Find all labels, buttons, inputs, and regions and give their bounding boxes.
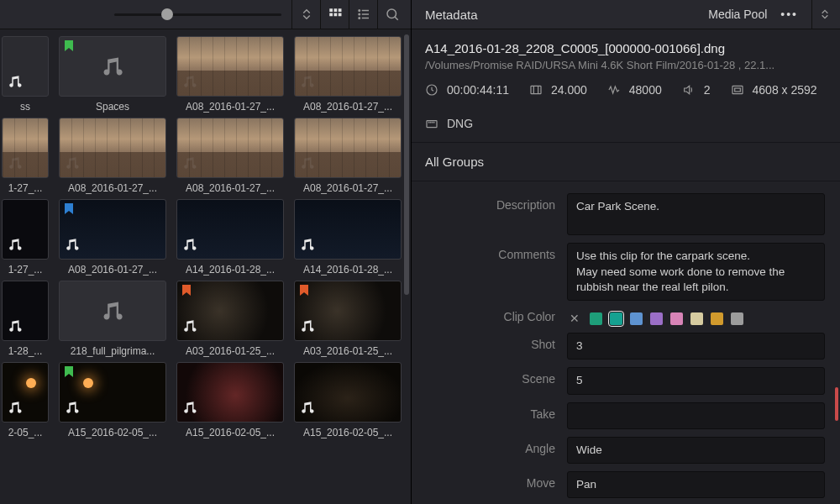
clip-color-picker: ✕ [567, 308, 743, 325]
shot-label: Shot [412, 333, 567, 351]
speaker-icon [682, 83, 696, 97]
clip-label: A03_2016-01-25_... [303, 345, 392, 357]
clip-item[interactable]: A08_2016-01-27_... [57, 199, 168, 276]
clip-grid-area: ssSpacesA08_2016-01-27_...A08_2016-01-27… [0, 29, 411, 504]
audio-icon [182, 237, 197, 255]
search-button[interactable] [377, 0, 406, 29]
clip-label: 1-27_... [8, 182, 43, 194]
media-pool-label[interactable]: Media Pool [708, 8, 767, 21]
move-input[interactable] [567, 471, 825, 498]
angle-input[interactable] [567, 437, 825, 464]
description-input[interactable] [567, 193, 825, 235]
clip-item[interactable]: A15_2016-02-05_... [57, 362, 168, 438]
clip-thumbnail[interactable] [2, 199, 49, 260]
clip-item[interactable]: A08_2016-01-27_... [175, 118, 286, 194]
clip-label: A03_2016-01-25_... [186, 345, 275, 357]
take-input[interactable] [567, 402, 825, 429]
clip-item[interactable]: A14_2016-01-28_... [292, 199, 403, 276]
clip-thumbnail[interactable] [59, 362, 166, 423]
svg-point-6 [359, 10, 360, 12]
color-swatch[interactable] [650, 312, 663, 325]
clip-label: A15_2016-02-05_... [68, 427, 157, 438]
clip-thumbnail[interactable] [294, 199, 402, 260]
scene-label: Scene [412, 367, 567, 386]
clock-icon [425, 83, 438, 97]
clip-item[interactable]: A15_2016-02-05_... [175, 362, 286, 438]
color-swatch[interactable] [690, 312, 703, 325]
shot-input[interactable] [567, 333, 825, 360]
svg-rect-3 [329, 13, 333, 17]
clip-thumbnail[interactable] [176, 199, 284, 260]
clip-label: 2-05_... [8, 427, 43, 438]
svg-rect-2 [338, 8, 341, 12]
clip-item[interactable]: 1-27_... [0, 199, 50, 276]
edge-indicator [835, 387, 838, 421]
color-swatch[interactable] [731, 312, 743, 325]
color-swatch[interactable] [630, 312, 643, 325]
options-button[interactable]: ••• [777, 8, 801, 21]
clip-item[interactable]: ss [0, 36, 50, 113]
audio-icon [8, 74, 23, 92]
clip-thumbnail[interactable] [294, 118, 402, 178]
clip-thumbnail[interactable] [59, 199, 166, 260]
clip-thumbnail[interactable] [294, 281, 402, 341]
clip-item[interactable]: 1-27_... [0, 118, 50, 194]
clip-item[interactable]: 1-28_... [0, 281, 50, 357]
clip-thumbnail[interactable] [176, 36, 284, 97]
expand-button[interactable] [811, 0, 837, 29]
media-browser-panel: ssSpacesA08_2016-01-27_...A08_2016-01-27… [0, 0, 412, 504]
svg-point-21 [428, 122, 429, 123]
clip-item[interactable]: Spaces [57, 36, 168, 113]
clip-thumbnail[interactable] [2, 36, 49, 97]
clip-thumbnail[interactable] [294, 36, 402, 97]
clip-label: A08_2016-01-27_... [186, 101, 275, 113]
clip-item[interactable]: A14_2016-01-28_... [175, 199, 286, 276]
scene-input[interactable] [567, 367, 825, 394]
clip-thumbnail[interactable] [59, 281, 166, 341]
duration-stat: 00:00:44:11 [425, 83, 509, 97]
clip-item[interactable]: A08_2016-01-27_... [175, 36, 286, 113]
color-swatch[interactable] [670, 312, 683, 325]
svg-line-13 [395, 17, 398, 20]
clip-label: A08_2016-01-27_... [68, 264, 157, 276]
clip-label: A14_2016-01-28_... [303, 264, 392, 276]
color-swatch[interactable] [711, 312, 723, 325]
clear-color-button[interactable]: ✕ [567, 312, 582, 325]
color-swatch[interactable] [610, 312, 622, 325]
comments-input[interactable] [567, 243, 825, 301]
list-view-button[interactable] [349, 0, 377, 29]
clip-thumbnail[interactable] [59, 118, 166, 178]
audio-icon [300, 400, 315, 417]
clip-thumbnail[interactable] [59, 36, 166, 97]
sort-button[interactable] [291, 0, 320, 29]
clip-item[interactable]: A08_2016-01-27_... [292, 36, 403, 113]
clip-thumbnail[interactable] [2, 362, 49, 423]
clip-item[interactable]: A08_2016-01-27_... [292, 118, 403, 194]
thumbnail-size-slider[interactable] [114, 13, 281, 16]
clip-item[interactable]: A15_2016-02-05_... [292, 362, 403, 438]
clip-thumbnail[interactable] [2, 281, 49, 341]
grid-view-button[interactable] [320, 0, 349, 29]
clip-thumbnail[interactable] [176, 362, 284, 423]
groups-header[interactable]: All Groups [412, 143, 840, 181]
scrollbar[interactable] [404, 34, 409, 295]
clip-item[interactable]: A08_2016-01-27_... [57, 118, 168, 194]
clip-thumbnail[interactable] [176, 118, 284, 178]
clip-item[interactable]: 218_full_pilgrima... [57, 281, 168, 357]
clip-thumbnail[interactable] [176, 281, 284, 341]
slider-thumb[interactable] [161, 8, 173, 20]
svg-rect-1 [333, 8, 337, 12]
svg-point-22 [430, 122, 431, 123]
clip-item[interactable]: A03_2016-01-25_... [292, 281, 403, 357]
clip-thumbnail[interactable] [294, 362, 402, 423]
bookmark-icon [182, 285, 191, 296]
resolution-stat: 4608 x 2592 [731, 83, 817, 97]
audio-icon [65, 237, 80, 255]
svg-rect-0 [329, 8, 333, 12]
clip-item[interactable]: A03_2016-01-25_... [175, 281, 286, 357]
clip-item[interactable]: 2-05_... [0, 362, 50, 438]
audio-icon [300, 155, 315, 173]
bookmark-icon [300, 285, 308, 296]
clip-thumbnail[interactable] [2, 118, 49, 178]
color-swatch[interactable] [590, 312, 602, 325]
